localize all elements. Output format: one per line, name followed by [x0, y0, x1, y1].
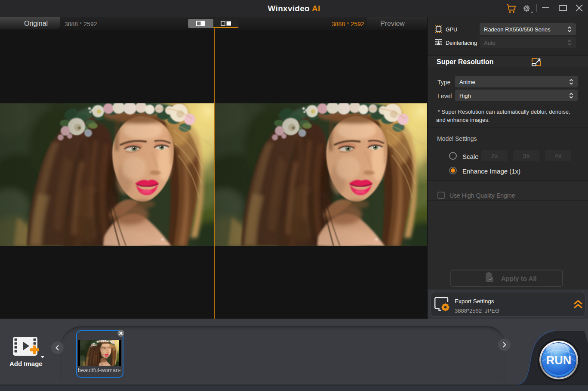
svg-text:RUN: RUN: [546, 354, 572, 367]
